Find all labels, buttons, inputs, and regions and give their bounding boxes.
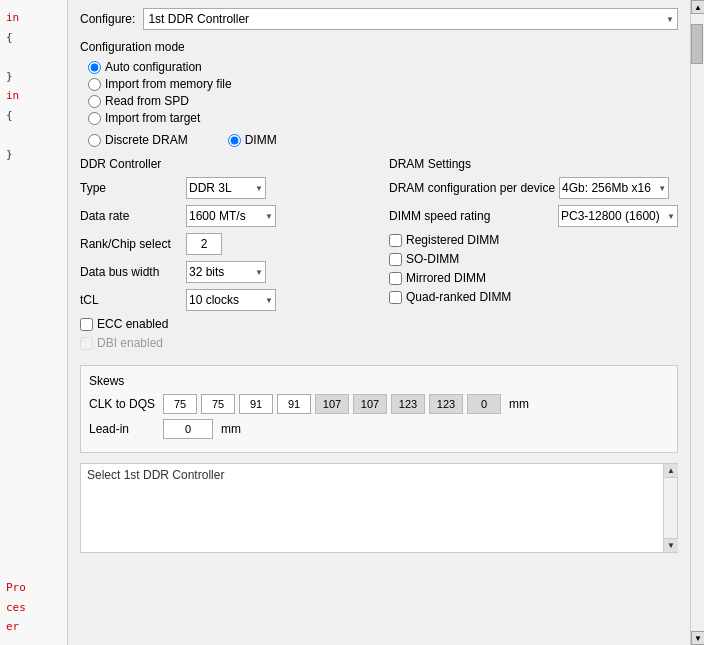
code-line: { — [4, 28, 63, 48]
code-line: } — [4, 67, 63, 87]
radio-import-target[interactable]: Import from target — [88, 111, 678, 125]
data-rate-label: Data rate — [80, 209, 180, 223]
mirrored-checkbox[interactable] — [389, 272, 402, 285]
radio-import-mem[interactable]: Import from memory file — [88, 77, 678, 91]
radio-auto-label: Auto configuration — [105, 60, 202, 74]
lead-in-mm-label: mm — [221, 422, 241, 436]
data-rate-select[interactable]: 1600 MT/s 1333 MT/s — [186, 205, 276, 227]
output-scroll-up[interactable]: ▲ — [664, 464, 678, 478]
mirrored-dimm-item[interactable]: Mirrored DIMM — [389, 271, 678, 285]
scroll-track[interactable] — [691, 14, 704, 631]
code-line: er — [4, 617, 28, 637]
code-bottom: Pro ces er — [4, 578, 28, 637]
lead-in-label: Lead-in — [89, 422, 159, 436]
dimm-speed-select-wrapper[interactable]: PC3-12800 (1600) PC3-10600 (1333) — [558, 205, 678, 227]
dram-settings-title: DRAM Settings — [389, 157, 678, 171]
rank-chip-row: Rank/Chip select — [80, 233, 369, 255]
configure-select[interactable]: 1st DDR Controller 2nd DDR Controller — [143, 8, 678, 30]
radio-read-spd-input[interactable] — [88, 95, 101, 108]
clk-to-dqs-label: CLK to DQS — [89, 397, 159, 411]
configure-row: Configure: 1st DDR Controller 2nd DDR Co… — [80, 8, 678, 30]
type-select-wrapper[interactable]: DDR 3L DDR 3 DDR 4 — [186, 177, 266, 199]
data-bus-label: Data bus width — [80, 265, 180, 279]
tcl-select-wrapper[interactable]: 10 clocks 9 clocks — [186, 289, 276, 311]
radio-dimm[interactable]: DIMM — [228, 133, 277, 147]
tcl-row: tCL 10 clocks 9 clocks — [80, 289, 369, 311]
scroll-thumb[interactable] — [691, 24, 703, 64]
data-rate-select-wrapper[interactable]: 1600 MT/s 1333 MT/s — [186, 205, 276, 227]
dimm-speed-select[interactable]: PC3-12800 (1600) PC3-10600 (1333) — [558, 205, 678, 227]
data-bus-select[interactable]: 32 bits 16 bits — [186, 261, 266, 283]
quad-ranked-label: Quad-ranked DIMM — [406, 290, 511, 304]
skew-input-2[interactable] — [239, 394, 273, 414]
data-bus-select-wrapper[interactable]: 32 bits 16 bits — [186, 261, 266, 283]
settings-columns: DDR Controller Type DDR 3L DDR 3 DDR 4 D… — [80, 157, 678, 355]
skew-input-3[interactable] — [277, 394, 311, 414]
output-scrollbar[interactable]: ▲ ▼ — [663, 464, 677, 552]
radio-discrete-dram-label: Discrete DRAM — [105, 133, 188, 147]
registered-checkbox[interactable] — [389, 234, 402, 247]
code-line: Pro — [4, 578, 28, 598]
skew-input-5[interactable] — [353, 394, 387, 414]
radio-auto[interactable]: Auto configuration — [88, 60, 678, 74]
lead-in-input[interactable] — [163, 419, 213, 439]
dbi-checkbox-item[interactable]: DBI enabled — [80, 336, 369, 350]
so-dimm-checkbox[interactable] — [389, 253, 402, 266]
configure-select-wrapper[interactable]: 1st DDR Controller 2nd DDR Controller — [143, 8, 678, 30]
mirrored-label: Mirrored DIMM — [406, 271, 486, 285]
dram-config-select-wrapper[interactable]: 4Gb: 256Mb x16 2Gb: 128Mb x16 — [559, 177, 669, 199]
ecc-checkbox[interactable] — [80, 318, 93, 331]
radio-dimm-input[interactable] — [228, 134, 241, 147]
right-scrollbar: ▲ ▼ — [690, 0, 704, 645]
so-dimm-item[interactable]: SO-DIMM — [389, 252, 678, 266]
type-label: Type — [80, 181, 180, 195]
data-rate-row: Data rate 1600 MT/s 1333 MT/s — [80, 205, 369, 227]
memory-type-row: Discrete DRAM DIMM — [88, 133, 678, 147]
ecc-label: ECC enabled — [97, 317, 168, 331]
dimm-speed-label: DIMM speed rating — [389, 209, 490, 223]
data-bus-row: Data bus width 32 bits 16 bits — [80, 261, 369, 283]
radio-dimm-label: DIMM — [245, 133, 277, 147]
main-panel: Configure: 1st DDR Controller 2nd DDR Co… — [68, 0, 690, 645]
radio-discrete-dram-input[interactable] — [88, 134, 101, 147]
code-line: } — [4, 145, 63, 165]
skews-mm-label: mm — [509, 397, 529, 411]
radio-discrete-dram[interactable]: Discrete DRAM — [88, 133, 188, 147]
type-select[interactable]: DDR 3L DDR 3 DDR 4 — [186, 177, 266, 199]
ecc-checkbox-item[interactable]: ECC enabled — [80, 317, 369, 331]
skew-input-4[interactable] — [315, 394, 349, 414]
ddr-controller-title: DDR Controller — [80, 157, 369, 171]
skew-input-7[interactable] — [429, 394, 463, 414]
radio-read-spd-label: Read from SPD — [105, 94, 189, 108]
skew-input-6[interactable] — [391, 394, 425, 414]
tcl-select[interactable]: 10 clocks 9 clocks — [186, 289, 276, 311]
dram-config-select[interactable]: 4Gb: 256Mb x16 2Gb: 128Mb x16 — [559, 177, 669, 199]
dram-config-label: DRAM configuration per device — [389, 181, 555, 195]
registered-label: Registered DIMM — [406, 233, 499, 247]
code-line: in — [4, 86, 63, 106]
skew-input-0[interactable] — [163, 394, 197, 414]
code-line — [4, 126, 63, 146]
registered-dimm-item[interactable]: Registered DIMM — [389, 233, 678, 247]
output-scroll-down[interactable]: ▼ — [664, 538, 678, 552]
lead-in-row: Lead-in mm — [89, 419, 669, 439]
skew-input-8[interactable] — [467, 394, 501, 414]
config-mode-title: Configuration mode — [80, 40, 678, 54]
skews-title: Skews — [89, 374, 669, 388]
radio-auto-input[interactable] — [88, 61, 101, 74]
scroll-up-arrow[interactable]: ▲ — [691, 0, 704, 14]
quad-ranked-dimm-item[interactable]: Quad-ranked DIMM — [389, 290, 678, 304]
scroll-down-arrow[interactable]: ▼ — [691, 631, 704, 645]
skew-input-1[interactable] — [201, 394, 235, 414]
so-dimm-label: SO-DIMM — [406, 252, 459, 266]
skews-section: Skews CLK to DQS mm Lead-in mm — [80, 365, 678, 453]
radio-import-target-input[interactable] — [88, 112, 101, 125]
rank-chip-input[interactable] — [186, 233, 222, 255]
quad-ranked-checkbox[interactable] — [389, 291, 402, 304]
radio-import-target-label: Import from target — [105, 111, 200, 125]
code-line — [4, 47, 63, 67]
radio-read-spd[interactable]: Read from SPD — [88, 94, 678, 108]
dbi-checkbox[interactable] — [80, 337, 93, 350]
radio-import-mem-input[interactable] — [88, 78, 101, 91]
radio-import-mem-label: Import from memory file — [105, 77, 232, 91]
